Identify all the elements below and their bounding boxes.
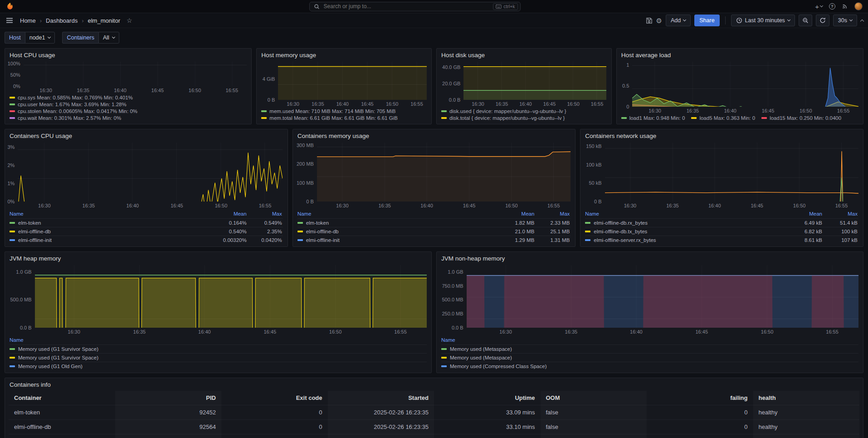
x-axis-label: 16:55: [826, 329, 839, 335]
legend-marker: [10, 231, 15, 232]
y-axis-label: 1: [626, 62, 629, 68]
legend-item[interactable]: elmi-offline-server.rx_bytes: [585, 236, 788, 244]
legend-item[interactable]: mem.total Mean: 6.61 GiB Max: 6.61 GiB M…: [261, 115, 398, 121]
legend-item[interactable]: elm-token: [297, 218, 500, 227]
save-dashboard-button[interactable]: [646, 17, 653, 24]
x-axis-label: 16:30: [68, 329, 80, 335]
panel-title[interactable]: Containers network usage: [580, 129, 863, 141]
panel-title[interactable]: JVM heap memory: [5, 252, 431, 263]
table-column-header[interactable]: Container: [9, 391, 115, 405]
legend-column-header[interactable]: Name: [10, 210, 212, 218]
breadcrumb-dashboards[interactable]: Dashboards: [46, 17, 78, 24]
legend-item[interactable]: elmi-offline-init: [10, 236, 212, 244]
table-column-header[interactable]: failing: [647, 391, 753, 405]
mega-menu-toggle[interactable]: [5, 15, 15, 25]
table-cell: false: [541, 419, 647, 434]
legend-item[interactable]: cpu.user Mean: 1.67% Max: 3.69% Min: 1.2…: [10, 102, 127, 107]
legend-item[interactable]: load15 Max: 0.250 Min: 0.0400: [761, 115, 841, 121]
grafana-logo[interactable]: [5, 2, 15, 11]
legend-item[interactable]: elmi-offline-db: [10, 227, 212, 236]
search-icon: [314, 4, 320, 10]
jvm-heap-chart: 0.0 B500.0 MB1.0 GB16:3016:3516:4016:451…: [5, 263, 431, 335]
legend-item[interactable]: disk.used { device: mapper/ubuntu--vg-ub…: [441, 108, 566, 114]
x-axis-label: 16:50: [800, 108, 812, 113]
share-button[interactable]: Share: [694, 15, 719, 26]
legend-column-header[interactable]: Max: [248, 210, 283, 218]
y-axis-label: 100%: [8, 61, 20, 66]
panel-title[interactable]: Containers memory usage: [293, 129, 575, 141]
panel-jvm-heap-memory: JVM heap memory 0.0 B500.0 MB1.0 GB16:30…: [5, 251, 432, 373]
legend-item[interactable]: load5 Max: 0.363 Min: 0: [691, 115, 755, 121]
new-menu-button[interactable]: +: [815, 3, 823, 10]
legend-label: elmi-offline-db.tx_bytes: [594, 229, 647, 234]
legend-item[interactable]: cpu.sys Mean: 0.585% Max: 0.769% Min: 0.…: [10, 95, 133, 100]
legend-label: elm-token: [18, 220, 41, 226]
legend-item[interactable]: disk.total { device: mapper/ubuntu--vg-u…: [441, 115, 565, 121]
table-column-header[interactable]: OOM: [541, 391, 647, 405]
legend-item[interactable]: cpu.wait Mean: 0.301% Max: 2.57% Min: 0%: [10, 115, 121, 121]
legend-column-header[interactable]: Max: [535, 210, 571, 218]
legend-item[interactable]: elmi-offline-db.tx_bytes: [585, 227, 788, 236]
plus-icon: +: [815, 3, 819, 10]
refresh-button[interactable]: [816, 15, 829, 26]
help-button[interactable]: ?: [829, 3, 835, 10]
news-button[interactable]: [842, 3, 848, 10]
legend-item[interactable]: Memory used (Metaspace): [441, 353, 858, 362]
table-column-header[interactable]: Exit code: [221, 391, 328, 405]
panel-title[interactable]: Host memory usage: [257, 49, 431, 60]
dashboard-settings-button[interactable]: ⚙: [656, 17, 662, 24]
x-axis-label: 16:35: [378, 203, 391, 208]
refresh-interval-picker[interactable]: 30s: [833, 15, 857, 26]
panel-title[interactable]: JVM non-heap memory: [437, 252, 863, 263]
legend-item[interactable]: Memory used (G1 Old Gen): [10, 362, 427, 370]
search-input[interactable]: [323, 3, 490, 10]
panel-title[interactable]: Host CPU usage: [5, 49, 251, 60]
add-button[interactable]: Add: [666, 15, 691, 26]
y-axis-label: 3%: [7, 144, 15, 150]
x-axis: 16:3016:3516:4016:4516:5016:55: [632, 107, 858, 114]
host-variable-dropdown[interactable]: node1: [25, 32, 55, 44]
x-axis-label: 16:35: [687, 108, 699, 113]
table-cell: 92452: [115, 405, 222, 419]
legend-item[interactable]: elmi-offline-init: [297, 236, 500, 244]
legend-marker: [441, 357, 447, 359]
legend-column-header[interactable]: Mean: [500, 210, 535, 218]
legend-column-header[interactable]: Name: [441, 336, 858, 344]
table-column-header[interactable]: PID: [115, 391, 222, 405]
legend-label: elmi-offline-db: [18, 229, 51, 234]
collapse-toolbar-button[interactable]: [861, 19, 863, 23]
legend-item[interactable]: elmi-offline-db.rx_bytes: [585, 218, 788, 227]
search-bar[interactable]: ctrl+k: [309, 2, 521, 11]
legend-item[interactable]: elmi-offline-db: [297, 227, 500, 236]
favorite-star-icon[interactable]: ☆: [127, 17, 132, 24]
panel-title[interactable]: Containers info: [5, 378, 863, 389]
zoom-out-button[interactable]: [799, 15, 812, 26]
user-avatar[interactable]: [854, 2, 863, 10]
legend-marker: [691, 117, 697, 119]
breadcrumb-home[interactable]: Home: [20, 17, 36, 24]
legend-column-header[interactable]: Name: [297, 210, 500, 218]
legend-item[interactable]: elm-token: [10, 218, 212, 227]
legend-item[interactable]: load1 Max: 0.948 Min: 0: [621, 115, 685, 121]
legend-column-header[interactable]: Max: [823, 210, 858, 218]
containers-variable-dropdown[interactable]: All: [98, 32, 119, 44]
legend-item[interactable]: Memory used (Compressed Class Space): [441, 362, 858, 370]
legend-item[interactable]: Memory used (Metaspace): [441, 344, 858, 353]
time-range-picker[interactable]: Last 30 minutes: [731, 15, 795, 26]
table-cell: healthy: [753, 405, 860, 419]
legend-column-header[interactable]: Name: [10, 336, 427, 344]
legend-column-header[interactable]: Name: [585, 210, 788, 218]
table-column-header[interactable]: Started: [328, 391, 434, 405]
panel-title[interactable]: Host average load: [617, 49, 863, 60]
legend-column-header[interactable]: Mean: [788, 210, 823, 218]
legend-item[interactable]: cpu.stolen Mean: 0.00605% Max: 0.0417% M…: [10, 108, 137, 114]
legend-item[interactable]: mem.used Mean: 710 MiB Max: 714 MiB Min:…: [261, 108, 395, 114]
panel-title[interactable]: Host disk usage: [437, 49, 611, 60]
legend-item[interactable]: Memory used (G1 Survivor Space): [10, 353, 427, 362]
table-column-header[interactable]: health: [753, 391, 860, 405]
legend-item[interactable]: Memory used (G1 Survivor Space): [10, 344, 427, 353]
y-axis-label: 1.0 GB: [448, 269, 463, 275]
legend-column-header[interactable]: Mean: [212, 210, 248, 218]
panel-title[interactable]: Containers CPU usage: [5, 129, 288, 141]
table-column-header[interactable]: Uptime: [434, 391, 541, 405]
